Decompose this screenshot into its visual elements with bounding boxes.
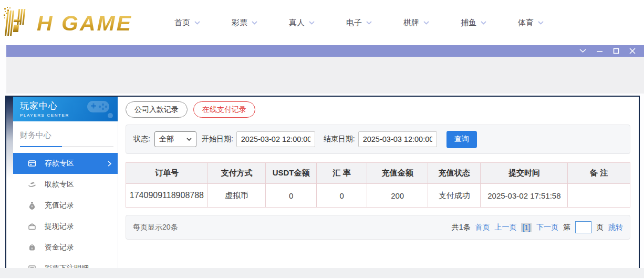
- player-center-panel: 玩家中心 PLAYERS CENTER 财务中心: [5, 96, 640, 268]
- sidebar-item-withdraw-zone[interactable]: 取款专区: [13, 174, 118, 195]
- cell-usdt-amount: 0: [266, 184, 317, 208]
- filter-bar: 状态: 全部 开始日期: 结束日期: 查询: [126, 125, 630, 154]
- sidebar: 玩家中心 PLAYERS CENTER 财务中心: [13, 97, 118, 268]
- page-size-text: 每页显示20条: [133, 223, 178, 232]
- column-header-rate: 汇 率: [316, 163, 367, 184]
- bank-card-icon: [28, 159, 36, 168]
- nav-item-sports[interactable]: 体育: [518, 18, 544, 28]
- list-icon: [28, 264, 36, 268]
- chevron-down-icon: [309, 21, 315, 25]
- nav-item-lottery[interactable]: 彩票: [232, 18, 257, 28]
- chevron-down-icon: [423, 21, 429, 25]
- money-bag-icon: ¥: [28, 201, 36, 210]
- nav-label: 捕鱼: [461, 18, 476, 28]
- nav-label: 体育: [518, 18, 534, 28]
- column-header-recharge-status: 充值状态: [428, 163, 481, 184]
- pagination-controls: 共1条 首页 上一页 [1] 下一页 第 页 跳转: [452, 221, 623, 233]
- start-date-label: 开始日期:: [202, 135, 233, 144]
- main-nav: 首页 彩票 真人 电子 棋牌 捕鱼 体育: [174, 18, 544, 28]
- window-chevron-down-icon[interactable]: [579, 49, 586, 53]
- column-header-remark: 备 注: [568, 163, 630, 184]
- end-date-label: 结束日期:: [324, 135, 355, 144]
- wallet-icon: [28, 222, 36, 231]
- sidebar-item-label: 存款专区: [45, 159, 74, 168]
- column-header-pay-method: 支付方式: [207, 163, 266, 184]
- jump-prefix-label: 第: [563, 223, 570, 232]
- window-titlebar: [6, 45, 644, 57]
- chevron-down-icon: [194, 21, 200, 25]
- start-date-input[interactable]: [236, 131, 315, 147]
- nav-item-home[interactable]: 首页: [174, 18, 200, 28]
- sidebar-section-title: 财务中心: [20, 130, 118, 140]
- sidebar-item-label: 资金记录: [45, 243, 74, 252]
- gamepad-icon: [84, 100, 115, 121]
- section-underline: [20, 146, 113, 147]
- hand-money-icon: [28, 180, 36, 189]
- column-header-submit-time: 提交时间: [481, 163, 568, 184]
- sidebar-item-recharge-record[interactable]: ¥ 充值记录: [13, 195, 118, 216]
- chevron-down-icon: [481, 21, 486, 25]
- end-date-input[interactable]: [358, 131, 437, 147]
- chevron-down-icon: [538, 21, 544, 25]
- nav-label: 电子: [346, 18, 362, 28]
- main-content: 公司入款记录 在线支付记录 状态: 全部 开始日期: 结束日期: 查询 订单号: [118, 97, 639, 268]
- nav-item-fishing[interactable]: 捕鱼: [461, 18, 486, 28]
- sidebar-item-funds-record[interactable]: ¥ 资金记录: [13, 237, 118, 258]
- coin-purse-icon: ¥: [28, 243, 36, 252]
- column-header-recharge-amount: 充值金额: [367, 163, 428, 184]
- sidebar-item-label: 提现记录: [45, 222, 74, 231]
- column-header-usdt-amount: USDT金额: [266, 163, 317, 184]
- cell-rate: 0: [316, 184, 367, 208]
- current-page-indicator: [1]: [521, 223, 532, 232]
- nav-label: 首页: [174, 18, 190, 28]
- cell-recharge-amount: 200: [367, 184, 428, 208]
- sidebar-item-label: 充值记录: [45, 201, 74, 210]
- status-select[interactable]: 全部: [154, 131, 196, 147]
- sidebar-header: 玩家中心 PLAYERS CENTER: [13, 97, 118, 121]
- payment-records-table: 订单号 支付方式 USDT金额 汇 率 充值金额 充值状态 提交时间 备 注 1…: [126, 162, 630, 208]
- first-page-link[interactable]: 首页: [475, 223, 490, 232]
- table-row: 1740909118908788 虚拟币 0 0 200 支付成功 2025-0…: [126, 184, 630, 208]
- next-page-link[interactable]: 下一页: [536, 223, 558, 232]
- page-number-input[interactable]: [575, 221, 591, 233]
- footer-strip: [0, 268, 644, 278]
- content-spacer: [6, 57, 644, 94]
- cell-order-no: 1740909118908788: [126, 184, 208, 208]
- query-button[interactable]: 查询: [446, 131, 477, 148]
- jump-suffix-label: 页: [596, 223, 604, 232]
- prev-page-link[interactable]: 上一页: [494, 223, 516, 232]
- pagination-bar: 每页显示20条 共1条 首页 上一页 [1] 下一页 第 页 跳转: [126, 215, 630, 240]
- sidebar-menu: 存款专区 取款专区 ¥ 充值记录: [13, 153, 118, 268]
- nav-label: 棋牌: [403, 18, 419, 28]
- sidebar-item-deposit-zone[interactable]: 存款专区: [13, 153, 118, 174]
- window-close-icon[interactable]: [629, 48, 636, 54]
- window-maximize-icon[interactable]: [613, 48, 619, 54]
- logo-text: H GAME: [37, 13, 132, 39]
- nav-item-live[interactable]: 真人: [289, 18, 315, 28]
- record-tabs: 公司入款记录 在线支付记录: [126, 101, 630, 118]
- cell-submit-time: 2025-03-02 17:51:58: [481, 184, 568, 208]
- status-label: 状态:: [133, 135, 150, 144]
- status-select-value: 全部: [159, 135, 174, 144]
- window-minimize-icon[interactable]: [596, 49, 603, 53]
- tab-company-deposit-record[interactable]: 公司入款记录: [126, 101, 188, 118]
- sidebar-item-withdraw-record[interactable]: 提现记录: [13, 216, 118, 237]
- jump-button[interactable]: 跳转: [608, 223, 623, 232]
- sidebar-item-label: 取款专区: [45, 180, 74, 189]
- chevron-down-icon: [252, 21, 257, 25]
- nav-item-chess[interactable]: 棋牌: [403, 18, 429, 28]
- cell-remark: [568, 184, 630, 208]
- tab-online-payment-record[interactable]: 在线支付记录: [193, 101, 255, 118]
- nav-label: 彩票: [232, 18, 247, 28]
- top-header: H GAME 首页 彩票 真人 电子 棋牌 捕鱼 体育: [0, 0, 644, 45]
- nav-label: 真人: [289, 18, 305, 28]
- logo: H GAME: [3, 6, 149, 39]
- table-header-row: 订单号 支付方式 USDT金额 汇 率 充值金额 充值状态 提交时间 备 注: [126, 163, 630, 184]
- column-header-order-no: 订单号: [126, 163, 208, 184]
- sidebar-item-lottery-bet-detail[interactable]: 彩票下注明细: [13, 258, 118, 268]
- nav-item-slots[interactable]: 电子: [346, 18, 372, 28]
- left-gradient-strip: [6, 97, 13, 268]
- sidebar-section: 财务中心: [13, 121, 118, 147]
- select-chevron-down-icon: [186, 138, 192, 141]
- chevron-right-icon: [108, 161, 111, 167]
